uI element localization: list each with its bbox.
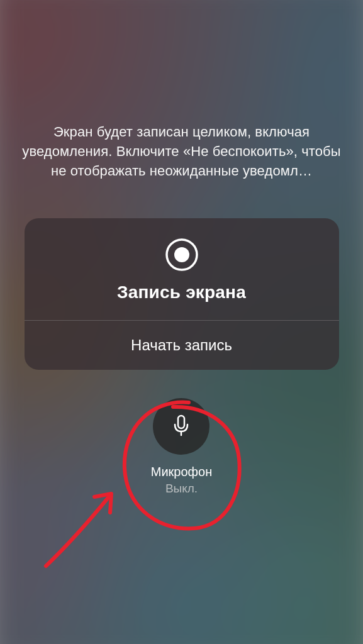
- record-icon: [165, 238, 198, 271]
- start-recording-button[interactable]: Начать запись: [25, 321, 339, 370]
- instruction-text: Экран будет записан целиком, включая уве…: [0, 123, 363, 180]
- microphone-toggle-button[interactable]: [153, 398, 209, 455]
- recording-panel: Запись экрана Начать запись: [25, 218, 339, 370]
- microphone-status: Выкл.: [165, 482, 198, 496]
- microphone-icon: [169, 413, 194, 440]
- panel-header: Запись экрана: [25, 218, 339, 320]
- svg-point-1: [174, 247, 189, 262]
- microphone-section: Микрофон Выкл.: [151, 398, 212, 496]
- svg-rect-2: [178, 416, 184, 428]
- start-recording-label: Начать запись: [131, 336, 232, 354]
- panel-title: Запись экрана: [117, 282, 246, 303]
- microphone-label: Микрофон: [151, 465, 212, 479]
- screen-recording-modal: Экран будет записан целиком, включая уве…: [0, 0, 363, 496]
